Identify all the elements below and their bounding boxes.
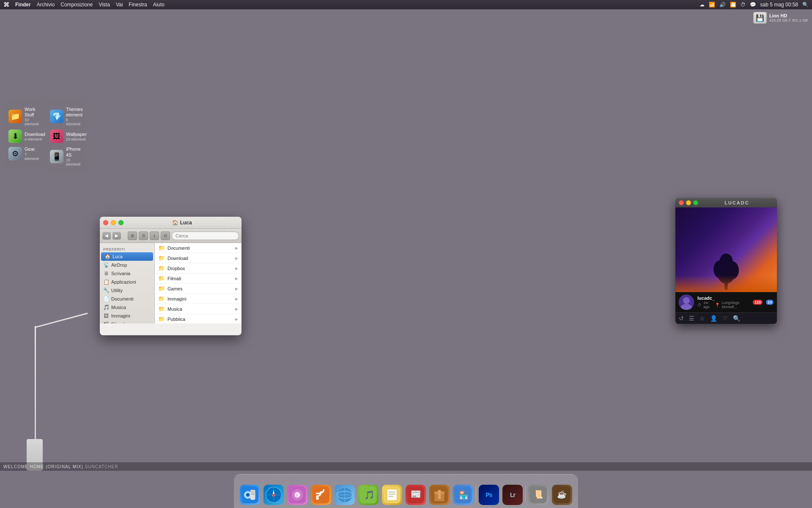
finder-row-pubblica-label: Pubblica	[167, 317, 235, 322]
finder-icon-svg	[241, 486, 258, 503]
menu-finestra[interactable]: Finestra	[129, 2, 147, 8]
desktop-icon-gear[interactable]: ⚙ Gear 7 elementi	[8, 145, 41, 162]
pkg-icon-svg	[431, 486, 448, 503]
sidebar-scrivania-label: Scrivania	[111, 271, 130, 276]
dock-item-lr[interactable]: Lr	[502, 484, 524, 506]
desktop-icon-wallpaper[interactable]: 🖼 Wallpaper 23 elementi	[49, 128, 82, 145]
finder-search-input[interactable]	[172, 232, 239, 240]
menu-vai[interactable]: Vai	[116, 2, 123, 8]
insta-avatar[interactable]	[679, 295, 694, 310]
sidebar-item-documenti[interactable]: 📄 Documenti	[100, 295, 154, 303]
refresh-button[interactable]: ↺	[679, 315, 684, 322]
desktop-icon-download[interactable]: ⬇ Download 4 elementi	[8, 128, 41, 145]
svg-point-4	[719, 254, 733, 273]
store-dock-icon: 🏪	[453, 485, 473, 505]
dock-item-ps[interactable]: Ps	[478, 484, 500, 506]
download-icon: ⬇	[8, 130, 22, 143]
sidebar-item-utility[interactable]: 🔧 Utility	[100, 286, 154, 295]
dock-item-notes[interactable]	[381, 484, 403, 506]
dock-separator-2	[525, 486, 526, 502]
view-icon-button[interactable]: ⊞	[128, 232, 137, 240]
sidebar-item-immagini[interactable]: 🖼 Immagini	[100, 312, 154, 320]
horizon-glow	[675, 275, 777, 292]
arrow-icon-3: ▶	[235, 276, 238, 281]
svg-rect-14	[251, 493, 255, 494]
finder-row-games[interactable]: 📁 Games ▶	[155, 284, 241, 294]
dock-item-network[interactable]	[334, 484, 356, 506]
download-count: 4 elementi	[25, 137, 45, 141]
insta-min-button[interactable]	[686, 200, 691, 205]
airdrop-icon: 📡	[103, 262, 109, 268]
finder-row-download[interactable]: 📁 Download ▶	[155, 253, 241, 263]
dock-item-music[interactable]: 🎵	[357, 484, 379, 506]
dock-item-coffee[interactable]: ☕	[551, 484, 573, 506]
musica-icon: 🎵	[103, 304, 109, 310]
finder-row-immagini[interactable]: 📁 Immagini ▶	[155, 294, 241, 304]
insta-photo	[675, 207, 777, 292]
close-button[interactable]	[103, 220, 108, 225]
menu-aiuto[interactable]: Aiuto	[153, 2, 165, 8]
svg-rect-26	[313, 486, 329, 503]
apple-menu[interactable]: ⌘	[3, 1, 9, 8]
desktop-icon-workstuff[interactable]: 📁 Work Stuff 10 elementi	[8, 105, 41, 128]
sidebar-musica-label: Musica	[111, 305, 126, 310]
view-coverflow-button[interactable]: ⊟	[161, 232, 170, 240]
search-widget-button[interactable]: 🔍	[733, 315, 740, 322]
heart-button[interactable]: ♡	[722, 315, 728, 322]
sidebar-item-filmati[interactable]: 🎬 Filmati	[100, 320, 154, 323]
insta-info: lucadc_ ⏱ 1w ago 📍 Lungolago Montefi...	[697, 295, 749, 309]
dock-item-store[interactable]: 🏪	[452, 484, 474, 506]
hd-desktop-icon[interactable]: 💾 Lion HD 419,28 GB // 301,1 GB	[753, 12, 808, 24]
sidebar-item-airdrop[interactable]: 📡 AirDrop	[100, 261, 154, 269]
finder-title: 🏠 Luca	[126, 220, 238, 226]
back-button[interactable]: ◀	[102, 232, 111, 240]
finder-row-games-label: Games	[167, 286, 235, 291]
rss-dock-icon	[311, 485, 331, 505]
svg-point-27	[316, 497, 319, 500]
finder-row-dropbox[interactable]: 📁 Dropbox ▶	[155, 263, 241, 273]
minimize-button[interactable]	[111, 220, 116, 225]
finder-row-musica[interactable]: 📁 Musica ▶	[155, 304, 241, 314]
search-icon[interactable]: 🔍	[802, 2, 809, 8]
sidebar-item-scrivania[interactable]: 🖥 Scrivania	[100, 269, 154, 278]
desktop-icon-themes[interactable]: 💎 Themes element 6 elementi	[49, 105, 82, 128]
dock-item-news[interactable]: 📰	[405, 484, 427, 506]
menu-composizione[interactable]: Composizione	[60, 2, 93, 8]
arrow-icon-4: ▶	[235, 287, 238, 291]
gear-icon: ⚙	[8, 147, 22, 160]
maximize-button[interactable]	[118, 220, 123, 225]
dock-item-itunes[interactable]: ♪	[286, 484, 308, 506]
folder-games-icon: 📁	[158, 285, 165, 292]
view-list-button[interactable]: ☰	[139, 232, 148, 240]
menu-finder[interactable]: Finder	[15, 2, 31, 8]
view-column-button[interactable]: ⫿	[150, 232, 159, 240]
news-icon-svg: 📰	[407, 486, 424, 503]
dock-item-pkg[interactable]	[428, 484, 450, 506]
svg-rect-13	[251, 491, 255, 492]
desktop-icon-iphone[interactable]: 📱 iPhone 4S 15 elementi	[49, 145, 82, 168]
star-button[interactable]: ☆	[700, 315, 705, 322]
favorites-header: PREFERITI	[100, 246, 154, 252]
finder-row-pubblica[interactable]: 📁 Pubblica ▶	[155, 314, 241, 323]
dock-item-safari[interactable]	[263, 484, 285, 506]
sidebar-item-luca[interactable]: 🏠 Luca	[101, 252, 153, 261]
sidebar-immagini-label: Immagini	[111, 313, 130, 318]
person-button[interactable]: 👤	[710, 315, 717, 322]
dock-item-finder[interactable]	[239, 484, 261, 506]
finder-row-documenti[interactable]: 📁 Documenti ▶	[155, 243, 241, 253]
dock-item-scripts[interactable]: 📜	[527, 484, 549, 506]
filmati-icon: 🎬	[103, 321, 109, 323]
menu-vista[interactable]: Vista	[99, 2, 110, 8]
forward-button[interactable]: ▶	[112, 232, 121, 240]
menu-archivio[interactable]: Archivio	[37, 2, 55, 8]
volume-icon[interactable]: 🔊	[719, 2, 726, 8]
dock-item-rss[interactable]	[310, 484, 332, 506]
hd-drive-icon: 💾	[753, 12, 767, 24]
sidebar-item-musica[interactable]: 🎵 Musica	[100, 303, 154, 312]
sidebar-item-applicazioni[interactable]: 📋 Applicazioni	[100, 278, 154, 286]
finder-row-filmati[interactable]: 📁 Filmati ▶	[155, 273, 241, 284]
wallpaper-count: 23 elementi	[66, 137, 87, 141]
list-view-button[interactable]: ☰	[689, 315, 694, 322]
insta-max-button[interactable]	[693, 200, 698, 205]
insta-close-button[interactable]	[679, 200, 684, 205]
